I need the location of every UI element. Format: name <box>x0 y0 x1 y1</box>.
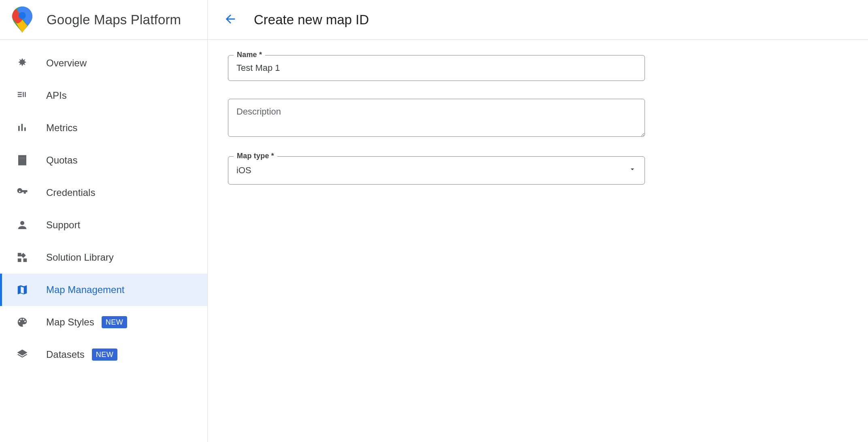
map-type-field-wrapper: Map type * iOS <box>228 156 645 185</box>
svg-point-0 <box>19 12 26 19</box>
sidebar-item-label: APIs <box>46 90 67 101</box>
map-type-value: iOS <box>236 165 251 176</box>
palette-icon <box>15 315 29 329</box>
sidebar-item-apis[interactable]: APIs <box>0 79 207 112</box>
sidebar-item-label: Quotas <box>46 155 77 166</box>
sidebar-nav: Overview APIs Metrics Quotas <box>0 40 207 371</box>
sidebar-item-label: Metrics <box>46 122 77 134</box>
description-field-wrapper <box>228 99 645 138</box>
main-header: Create new map ID <box>208 0 868 40</box>
arrow-left-icon <box>223 12 237 28</box>
quotas-icon <box>15 153 29 167</box>
create-map-form: Name * Map type * iOS <box>208 40 868 185</box>
sidebar-item-solution-library[interactable]: Solution Library <box>0 241 207 274</box>
map-type-label: Map type * <box>234 152 277 160</box>
sidebar-item-label: Support <box>46 219 80 231</box>
page-title: Create new map ID <box>254 12 369 28</box>
sidebar-item-credentials[interactable]: Credentials <box>0 176 207 209</box>
apis-icon <box>15 89 29 102</box>
product-title: Google Maps Platform <box>47 12 181 28</box>
sidebar-item-map-styles[interactable]: Map Styles NEW <box>0 306 207 338</box>
sidebar-item-label: Datasets <box>46 349 85 360</box>
sidebar-item-datasets[interactable]: Datasets NEW <box>0 338 207 371</box>
sidebar-item-label: Solution Library <box>46 252 114 263</box>
widgets-icon <box>15 251 29 264</box>
sidebar-header: Google Maps Platform <box>0 0 207 40</box>
new-badge: NEW <box>92 348 118 361</box>
metrics-icon <box>15 121 29 135</box>
name-field-wrapper: Name * <box>228 55 645 81</box>
sidebar-item-quotas[interactable]: Quotas <box>0 144 207 176</box>
main-content: Create new map ID Name * Map type * iOS <box>208 0 868 442</box>
overview-icon <box>15 56 29 70</box>
person-icon <box>15 218 29 232</box>
sidebar-item-overview[interactable]: Overview <box>0 47 207 79</box>
sidebar-item-metrics[interactable]: Metrics <box>0 112 207 144</box>
sidebar-item-label: Map Styles <box>46 317 94 328</box>
google-maps-logo-icon <box>12 8 32 32</box>
sidebar-item-map-management[interactable]: Map Management <box>0 274 207 306</box>
name-label: Name * <box>234 51 265 59</box>
name-input[interactable] <box>228 55 645 81</box>
chevron-down-icon <box>628 165 636 176</box>
sidebar-item-label: Overview <box>46 57 87 69</box>
new-badge: NEW <box>102 316 128 328</box>
layers-icon <box>15 348 29 361</box>
sidebar-item-label: Map Management <box>46 284 124 295</box>
map-icon <box>15 283 29 297</box>
sidebar-item-label: Credentials <box>46 187 95 198</box>
sidebar-item-support[interactable]: Support <box>0 209 207 241</box>
sidebar: Google Maps Platform Overview APIs Metri… <box>0 0 208 442</box>
map-type-select[interactable]: iOS <box>228 156 645 185</box>
description-textarea[interactable] <box>228 99 645 137</box>
key-icon <box>15 186 29 200</box>
back-button[interactable] <box>219 8 242 31</box>
